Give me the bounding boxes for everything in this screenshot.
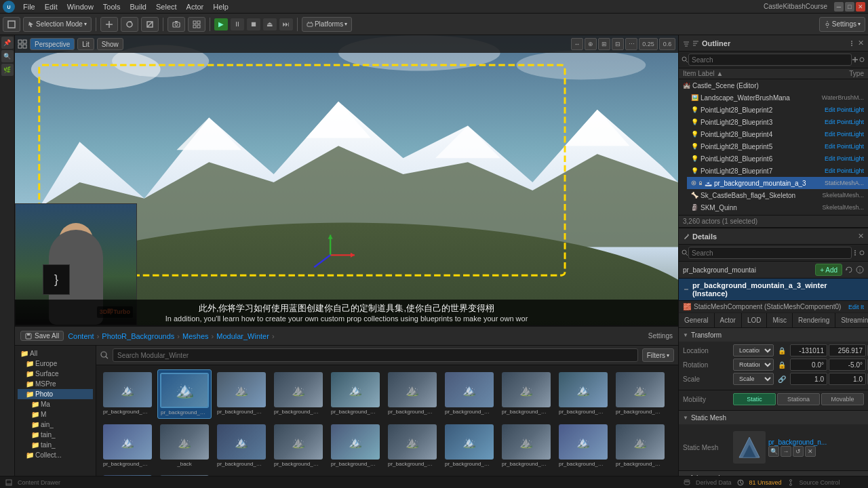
details-search-input[interactable] <box>688 247 852 259</box>
play-button[interactable]: ▶ <box>214 18 228 30</box>
camera-button[interactable] <box>167 17 185 32</box>
tab-misc[interactable]: Misc <box>767 313 793 327</box>
asset-a12[interactable]: ⛰️ pr_background_mountain_a_12 <box>613 422 667 470</box>
settings-button[interactable]: Settings ▾ <box>819 17 865 32</box>
breadcrumb-modular[interactable]: Modular_Winter <box>216 332 269 340</box>
menu-tools[interactable]: Tools <box>99 0 125 14</box>
selection-mode-button[interactable]: Selection Mode ▾ <box>23 17 92 32</box>
asset-mountain-a3[interactable]: 🏔️ pr_background_mountain_a_3_winter <box>157 369 212 419</box>
mesh-arrow-button[interactable]: → <box>781 446 791 457</box>
asset-back[interactable]: ⛰️ _back <box>157 422 212 470</box>
sidebar-btn-3[interactable]: 🌿 <box>1 64 14 76</box>
platforms-button[interactable]: Platforms ▾ <box>302 17 352 32</box>
location-x-input[interactable] <box>790 344 827 357</box>
step-button[interactable]: ⏭ <box>279 18 293 30</box>
asset-a8[interactable]: ⛰️ pr_background_mountain_a_8 <box>385 422 439 470</box>
breadcrumb-photor[interactable]: PhotoR_Backgrounds <box>102 332 174 340</box>
asset-mountain-7[interactable]: 🏔️ pr_background_mountain_7_winter <box>100 422 155 470</box>
mesh-clear-button[interactable]: ✕ <box>805 446 816 457</box>
cb-filter-button[interactable]: Filters ▾ <box>642 348 674 362</box>
asset-mountain-4[interactable]: ⛰️ pr_background_mountain_4_winter <box>499 369 553 419</box>
cb-search-input[interactable] <box>113 348 638 362</box>
asset-mountain-3[interactable]: 🏔️ pr_background_mountain_3_winter <box>442 369 496 419</box>
content-drawer-toggle[interactable]: Content Drawer <box>18 479 60 486</box>
outliner-item-flag[interactable]: 🦴 Sk_CastleBash_flag4_Skeleton SkeletalM… <box>687 189 868 201</box>
derived-data-label[interactable]: Derived Data <box>696 479 732 486</box>
unsaved-label[interactable]: 81 Unsaved <box>749 479 782 486</box>
details-close-button[interactable]: ✕ <box>858 232 864 241</box>
eject-button[interactable]: ⏏ <box>263 18 277 30</box>
mesh-browse-button[interactable]: 🔍 <box>768 446 779 457</box>
menu-select[interactable]: Select <box>152 0 181 14</box>
rotation-mode-select[interactable]: Rotation <box>733 359 774 371</box>
location-y-input[interactable] <box>829 344 866 357</box>
cb-folder-ain[interactable]: 📁ain_ <box>18 420 93 430</box>
mesh-reload-button[interactable]: ↺ <box>793 446 804 457</box>
asset-mountain-5[interactable]: 🏔️ pr_background_mountain_5_winter <box>556 369 610 419</box>
transform-section-header[interactable]: ▼ Transform <box>679 328 868 342</box>
menu-help[interactable]: Help <box>209 0 233 14</box>
lock-icon-scale[interactable]: 🔗 <box>778 375 786 383</box>
static-mesh-header[interactable]: ▼ Static Mesh <box>679 411 868 424</box>
outliner-search-input[interactable] <box>688 54 852 66</box>
cb-folder-tain[interactable]: 📁tain_ <box>18 430 93 440</box>
show-button[interactable]: Show <box>97 38 123 50</box>
menu-file[interactable]: File <box>19 0 39 14</box>
static-mesh-component-row[interactable]: 🧱 StaticMeshComponent (StaticMeshCompone… <box>679 301 868 313</box>
mobility-movable-button[interactable]: Movable <box>821 393 864 405</box>
menu-edit[interactable]: Edit <box>41 0 62 14</box>
source-control-label[interactable]: Source Control <box>800 479 840 486</box>
asset-mountain-1[interactable]: 🏔️ pr_background_mountain_1_winter <box>328 369 382 419</box>
rotation-x-input[interactable] <box>790 359 827 371</box>
close-button[interactable]: ✕ <box>856 2 865 12</box>
breadcrumb-meshes[interactable]: Meshes <box>182 332 209 340</box>
scale-button[interactable] <box>141 17 159 32</box>
outliner-item-light6[interactable]: 💡 PointLight28_Blueprint6 Edit PointLigh… <box>687 152 868 165</box>
save-all-button[interactable]: Save All <box>20 331 64 341</box>
cb-settings-button[interactable]: Settings <box>648 332 673 340</box>
outliner-close-button[interactable]: ✕ <box>858 39 864 47</box>
cb-folder-surface[interactable]: 📁Surface <box>18 369 93 379</box>
sidebar-btn-2[interactable]: 🔍 <box>1 50 14 62</box>
cb-folder-m[interactable]: 📁M <box>18 409 93 420</box>
menu-actor[interactable]: Actor <box>182 0 208 14</box>
location-mode-select[interactable]: Location <box>733 344 774 357</box>
transform-gizmo-btn[interactable]: ↔ <box>571 38 583 50</box>
viewport[interactable]: Perspective Lit Show ↔ ⊕ ⊞ ⊟ ⋯ 0.25 <box>15 35 678 325</box>
pause-button[interactable]: ⏸ <box>231 18 244 30</box>
lock-icon[interactable]: 🔒 <box>778 347 786 354</box>
minimize-button[interactable]: ─ <box>834 2 844 12</box>
cb-folder-ma[interactable]: 📁Ma <box>18 399 93 409</box>
stop-button[interactable]: ⏹ <box>247 18 260 30</box>
asset-a5[interactable]: 🏔️ pr_background_mountain_a_5 <box>214 422 269 470</box>
outliner-item-light4[interactable]: 💡 PointLight28_Blueprint4 Edit PointLigh… <box>687 128 868 140</box>
add-component-button[interactable]: + Add <box>815 264 842 276</box>
asset-a6[interactable]: ⛰️ pr_background_mountain_a_6 <box>271 422 326 470</box>
tab-rendering[interactable]: Rendering <box>793 313 835 327</box>
sidebar-btn-1[interactable]: 📌 <box>1 37 14 49</box>
asset-mountain-6[interactable]: ⛰️ pr_background_mountain_6_winter <box>613 369 667 419</box>
tab-general[interactable]: General <box>679 313 715 327</box>
perspective-button[interactable]: Perspective <box>30 38 75 50</box>
asset-a11[interactable]: 🏔️ pr_background_mountain_a_11 <box>556 422 610 470</box>
rotation-y-input[interactable] <box>829 359 866 371</box>
outliner-item-light3[interactable]: 💡 PointLight28_Blueprint3 Edit PointLigh… <box>687 116 868 128</box>
outliner-item-mountain[interactable]: 🗻 pr_background_mountain_a_3 StaticMeshA… <box>687 177 868 189</box>
menu-build[interactable]: Build <box>126 0 151 14</box>
mobility-stationary-button[interactable]: Stationa <box>777 393 820 405</box>
lit-button[interactable]: Lit <box>77 38 94 50</box>
component-edit-link[interactable]: Edit It <box>848 304 864 310</box>
tab-lod[interactable]: LOD <box>742 313 768 327</box>
asset-mountain-a5[interactable]: ⛰️ pr_background_mountain_a_5_winter <box>271 369 326 419</box>
menu-window[interactable]: Window <box>63 0 98 14</box>
lock-icon-rot[interactable]: 🔒 <box>778 361 786 369</box>
translate-btn[interactable]: ⊕ <box>585 38 597 50</box>
asset-a9[interactable]: 🏔️ pr_background_mountain_a_9 <box>442 422 496 470</box>
asset-mountain-a2[interactable]: 🏔️ pr_background_mountain_a_2_winter <box>100 369 155 419</box>
rotate-button[interactable] <box>121 17 138 32</box>
mobility-static-button[interactable]: Static <box>733 393 776 405</box>
grid-snap-btn[interactable]: ⊟ <box>612 38 624 50</box>
scale-x-input[interactable] <box>790 373 827 385</box>
breadcrumb-content[interactable]: Content <box>68 332 94 340</box>
cb-folder-tain2[interactable]: 📁tain_ <box>18 440 93 450</box>
